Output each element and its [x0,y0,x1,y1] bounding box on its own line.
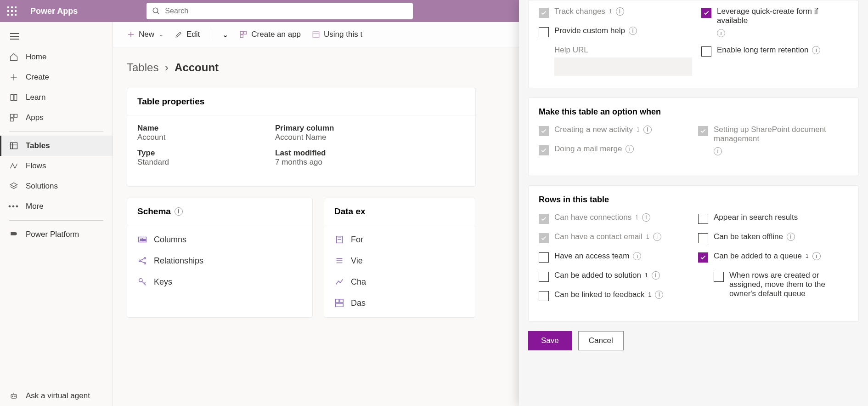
nav-more[interactable]: ••• More [0,196,113,217]
prop-label-type: Type [137,149,275,158]
nav-power-platform[interactable]: Power Platform [0,224,113,245]
prop-label-primary: Primary column [275,124,413,133]
svg-point-12 [15,396,16,397]
nav-apps[interactable]: Apps [0,108,113,128]
help-url-input[interactable] [554,57,692,76]
info-icon[interactable]: i [616,7,624,16]
nav-create[interactable]: Create [0,67,113,87]
schema-title: Schema [137,206,171,217]
table-icon [312,30,320,39]
apps-icon [9,113,18,122]
info-icon[interactable]: i [655,291,663,299]
link-label: Relationships [154,256,203,266]
nav-divider [9,132,103,132]
waffle-icon[interactable] [7,6,17,16]
info-icon[interactable]: i [643,126,652,134]
link-columns[interactable]: Abc Columns [137,234,302,245]
help-url-label: Help URL [554,46,692,55]
chevron-down-icon[interactable]: ⌄ [222,30,228,39]
link-keys[interactable]: Keys [137,277,302,287]
nav-label: Solutions [26,182,58,191]
nav-home[interactable]: Home [0,47,113,67]
chk-feedback[interactable]: Can be linked to feedback1i [539,290,689,301]
breadcrumb-root[interactable]: Tables [127,61,158,74]
chk-queue-sub[interactable]: When rows are created or assigned, move … [714,271,848,298]
flow-icon [9,161,18,171]
info-icon[interactable]: i [633,252,641,260]
chk-long-term-retention[interactable]: Enable long term retentioni [701,46,848,57]
chk-label: Can have a contact email [554,232,643,241]
info-icon[interactable]: i [642,213,650,222]
chk-label: Provide custom help [554,26,625,35]
info-icon[interactable]: i [626,145,634,153]
chk-quick-create[interactable]: Leverage quick-create form if availablei [701,7,848,37]
info-icon[interactable]: i [812,252,821,260]
chk-queue[interactable]: Can be added to a queue1i [698,252,848,263]
info-icon[interactable]: i [629,27,637,35]
nav-tables[interactable]: Tables [0,136,113,156]
link-charts[interactable]: Cha [334,277,465,287]
link-dashboards[interactable]: Das [334,298,465,308]
info-icon[interactable]: i [653,233,661,241]
cancel-button[interactable]: Cancel [578,331,624,350]
search-input[interactable] [165,7,407,15]
info-icon[interactable]: i [717,29,725,37]
link-relationships[interactable]: Relationships [137,256,302,266]
section-title: Make this table an option when [539,107,848,117]
bot-icon [9,391,18,400]
nav-solutions[interactable]: Solutions [0,176,113,196]
chk-custom-help[interactable]: Provide custom helpi [539,26,692,37]
chk-contact-email: Can have a contact email1i [539,232,689,243]
chk-label: Setting up SharePoint document managemen… [714,125,848,143]
cmd-label: New [139,30,154,39]
svg-rect-17 [244,31,247,34]
chk-search-results[interactable]: Appear in search results [698,213,848,224]
chk-access-team[interactable]: Have an access teami [539,252,689,263]
cmd-edit[interactable]: Edit [175,30,200,39]
svg-rect-19 [313,32,319,37]
prop-value-primary: Account Name [275,133,413,142]
book-icon [9,93,18,102]
chevron-down-icon: ⌄ [159,31,163,38]
link-label: Cha [351,277,366,287]
panel-section-rows: Rows in this table Can have connections1… [528,185,859,322]
link-forms[interactable]: For [334,234,465,245]
cmd-using-table[interactable]: Using this t [312,30,362,39]
info-icon[interactable]: i [714,147,722,155]
nav-flows[interactable]: Flows [0,156,113,176]
svg-line-27 [141,261,144,263]
chk-label: Can be added to solution [554,271,641,280]
cmd-label: Create an app [251,30,301,39]
svg-rect-18 [241,35,243,38]
info-icon[interactable]: i [175,207,183,216]
key-icon [137,277,147,287]
table-properties-card: Table properties Name Account Type Stand… [127,88,476,187]
cmd-new[interactable]: New⌄ [127,30,163,39]
link-label: Columns [154,235,186,245]
cmd-create-app[interactable]: Create an app [239,30,301,39]
save-button[interactable]: Save [528,331,572,350]
prop-label-name: Name [137,124,275,133]
svg-rect-4 [11,114,14,118]
svg-rect-16 [241,31,243,34]
chk-label: Doing a mail merge [554,144,622,154]
dashboard-icon [334,298,344,308]
chk-label: Enable long term retention [717,46,808,55]
prop-label-modified: Last modified [275,149,413,158]
card-header: Schema i [127,198,312,225]
columns-icon: Abc [137,234,147,245]
chk-offline[interactable]: Can be taken offlinei [698,232,848,243]
panel-section-top: Track changes1i Provide custom helpi Hel… [528,0,859,88]
info-icon[interactable]: i [812,46,820,54]
nav-ask-agent[interactable]: Ask a virtual agent [0,386,99,406]
info-icon[interactable]: i [787,233,795,241]
link-views[interactable]: Vie [334,256,465,266]
hamburger-icon[interactable] [0,26,113,47]
nav-learn[interactable]: Learn [0,87,113,108]
chk-solution[interactable]: Can be added to solution1i [539,271,689,282]
info-icon[interactable]: i [652,271,660,280]
schema-card: Schema i Abc Columns Relationships Keys [127,198,313,318]
svg-point-0 [153,8,158,13]
svg-line-26 [141,258,144,260]
search-box[interactable] [147,3,413,19]
